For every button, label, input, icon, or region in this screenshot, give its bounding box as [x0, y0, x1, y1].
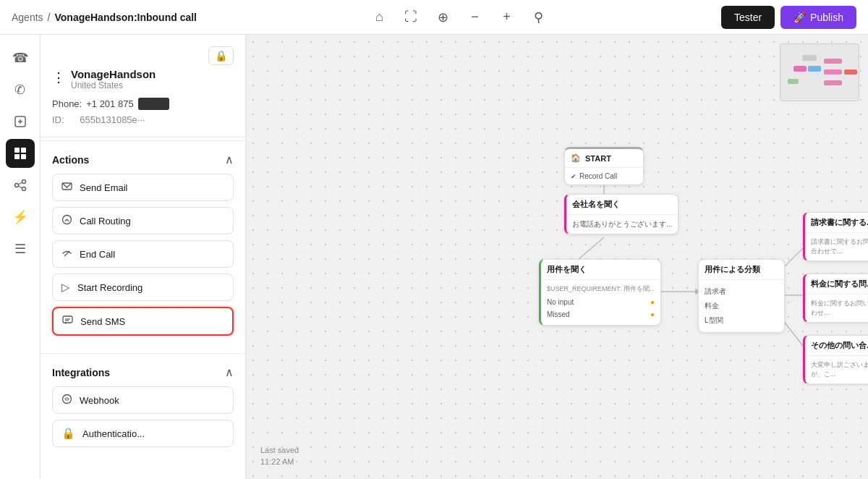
requirement-row1: No input ●: [547, 296, 655, 308]
contact-name: VonageHandson: [71, 68, 156, 80]
contact-upload-icon: [13, 114, 27, 129]
ask-company-body: お電話ありがとうございます...: [566, 215, 678, 234]
svg-marker-18: [65, 323, 67, 324]
end-call-button[interactable]: End Call: [52, 240, 234, 268]
sidebar-flows-icon[interactable]: [6, 139, 35, 168]
contact-card: 🔒 ⋮ VonageHandson United States Phone: +…: [41, 35, 245, 137]
sidebar-triggers-icon[interactable]: ⚡: [6, 203, 35, 232]
start-label: START: [585, 154, 611, 163]
phone-label: Phone:: [52, 98, 82, 109]
recording-icon: ▷: [61, 281, 70, 294]
end-call-icon: [61, 247, 72, 260]
other-sub: 大変申し訳ございませんが、こ...: [811, 361, 868, 378]
other-header: その他の問い合...: [805, 336, 868, 356]
webhook-button[interactable]: Webhook: [52, 386, 234, 414]
sidebar-icons: ☎ ✆ ⚡ ☰: [0, 35, 41, 479]
phone-hidden: ■■■■: [138, 98, 169, 110]
fee-inquiry-node[interactable]: 料金に関する問... 料金に関するお問い合わせ... ●: [803, 274, 868, 323]
navbar: Agents / VonageHandson:Inbound call ⌂ ⛶ …: [0, 0, 868, 35]
breadcrumb: Agents / VonageHandson:Inbound call: [12, 12, 197, 23]
sidebar-contacts-icon[interactable]: [6, 107, 35, 136]
end-call-label: End Call: [80, 249, 115, 260]
node-graph-icon: [13, 178, 27, 192]
webhook-icon: [61, 394, 72, 407]
recenter-button[interactable]: ⊕: [430, 4, 456, 30]
start-node[interactable]: 🏠 START ✔ Record Call: [564, 147, 644, 185]
last-saved-time: 11:22 AM: [260, 457, 299, 467]
fee-label: 料金に関する問...: [811, 279, 868, 289]
integrations-header: Integrations ∧: [52, 365, 234, 379]
expand-button[interactable]: ⛶: [398, 4, 424, 30]
actions-section: Actions ∧ Send Email Call Routing: [41, 144, 245, 350]
fee-body: 料金に関するお問い合わせ... ●: [805, 294, 868, 322]
other-body: 大変申し訳ございませんが、こ...: [805, 356, 868, 383]
sidebar-voip-icon[interactable]: ✆: [6, 75, 35, 104]
svg-rect-3: [14, 148, 20, 153]
sms-icon: [62, 315, 73, 328]
navbar-actions: Tester 🚀 Publish: [721, 6, 856, 29]
svg-rect-6: [21, 154, 26, 159]
email-icon: [61, 181, 72, 194]
svg-rect-4: [21, 148, 26, 153]
sidebar-templates-icon[interactable]: ☰: [6, 234, 35, 263]
ask-company-node[interactable]: 会社名を聞く お電話ありがとうございます...: [564, 194, 678, 234]
other-inquiry-node[interactable]: その他の問い合... 大変申し訳ございませんが、こ...: [803, 335, 868, 384]
tester-button[interactable]: Tester: [721, 6, 775, 29]
billing-label: 請求書に関する...: [811, 217, 868, 228]
breadcrumb-active: VonageHandson:Inbound call: [54, 12, 197, 23]
svg-line-21: [579, 237, 604, 259]
ask-requirement-node[interactable]: 用件を聞く $USER_REQUIREMENT: 用件を聞... No inpu…: [539, 259, 661, 326]
zoom-out-button[interactable]: −: [461, 4, 488, 30]
call-routing-button[interactable]: Call Routing: [52, 207, 234, 234]
ask-company-sub: お電話ありがとうございます...: [572, 220, 672, 228]
flow-arrows: [246, 35, 868, 479]
main-layout: ☎ ✆ ⚡ ☰: [0, 35, 868, 479]
lock-button[interactable]: 🔒: [208, 46, 234, 65]
sidebar-phone-icon[interactable]: ☎: [6, 43, 35, 72]
billing-sub: 請求書に関するお問い合わせで...: [811, 237, 868, 256]
classify-node[interactable]: 用件による分類 請求者 料金 L型関: [698, 259, 785, 333]
auth-icon: 🔒: [61, 427, 75, 440]
left-panel: 🔒 ⋮ VonageHandson United States Phone: +…: [41, 35, 246, 479]
svg-point-9: [22, 187, 25, 191]
integrations-collapse-button[interactable]: ∧: [225, 365, 234, 379]
breadcrumb-separator: /: [48, 12, 51, 23]
webhook-label: Webhook: [80, 395, 119, 406]
sidebar-integrations-icon[interactable]: [6, 171, 35, 200]
home-button[interactable]: ⌂: [366, 4, 392, 30]
zoom-in-button[interactable]: +: [493, 4, 519, 30]
billing-header: 請求書に関する...: [805, 213, 868, 233]
fee-header: 料金に関する問...: [805, 274, 868, 294]
canvas-toolbar: ⌂ ⛶ ⊕ − + ⚲: [366, 4, 551, 30]
svg-point-7: [14, 184, 18, 187]
id-value: 655b131085e···: [80, 114, 145, 125]
minimap: [780, 43, 859, 101]
more-options-icon[interactable]: ⋮: [52, 69, 65, 85]
svg-rect-5: [14, 154, 20, 159]
last-saved-label: Last saved: [260, 445, 299, 456]
phone-number: +1 201 875: [86, 98, 133, 109]
billing-body: 請求書に関するお問い合わせで... ●: [805, 233, 868, 260]
breadcrumb-agents[interactable]: Agents: [12, 12, 43, 23]
start-recording-button[interactable]: ▷ Start Recording: [52, 274, 234, 301]
last-saved: Last saved 11:22 AM: [260, 445, 299, 467]
ask-company-label: 会社名を聞く: [572, 199, 620, 210]
actions-collapse-button[interactable]: ∧: [225, 153, 234, 166]
requirement-sub: $USER_REQUIREMENT: 用件を聞...: [547, 284, 655, 294]
search-canvas-button[interactable]: ⚲: [525, 4, 551, 30]
send-sms-label: Send SMS: [80, 316, 125, 327]
send-sms-button[interactable]: Send SMS: [52, 307, 234, 336]
canvas-area[interactable]: 🏠 START ✔ Record Call 会社名を聞く お電話ありがとうござい…: [246, 35, 868, 479]
contact-id: ID: 655b131085e···: [52, 114, 234, 125]
requirement-row2: Missed ●: [547, 308, 655, 321]
ask-requirement-header: 用件を聞く: [541, 260, 660, 280]
publish-button[interactable]: 🚀 Publish: [780, 6, 856, 29]
routing-icon: [61, 214, 72, 227]
billing-inquiry-node[interactable]: 請求書に関する... 請求書に関するお問い合わせで... ●: [803, 212, 868, 261]
authentication-button[interactable]: 🔒 Authenticatio...: [52, 420, 234, 447]
start-node-header: 🏠 START: [565, 149, 643, 168]
other-label: その他の問い合...: [811, 340, 868, 351]
fee-sub: 料金に関するお問い合わせ...: [811, 299, 868, 318]
send-email-button[interactable]: Send Email: [52, 174, 234, 201]
send-email-label: Send Email: [80, 182, 127, 193]
